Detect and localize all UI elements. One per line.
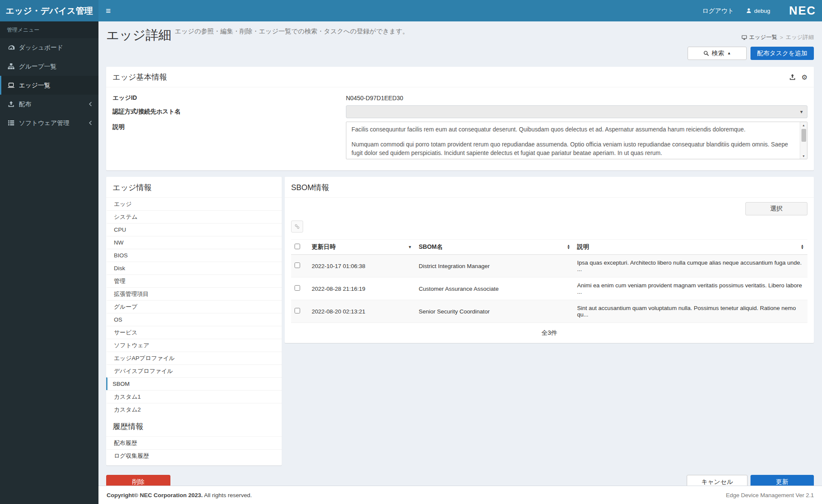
history-info-item[interactable]: 配布履歴 bbox=[106, 437, 282, 449]
caret-up-icon: ▲ bbox=[727, 51, 731, 55]
user-name: debug bbox=[754, 8, 770, 14]
sidebar-item-edge-list[interactable]: エッジ一覧 bbox=[0, 76, 98, 95]
edge-info-item[interactable]: システム bbox=[106, 210, 282, 223]
sidebar-item-label: ソフトウェア管理 bbox=[19, 119, 69, 127]
auth-label: 認証方式/接続先ホスト名 bbox=[113, 108, 346, 116]
sitemap-icon bbox=[7, 63, 15, 70]
chevron-down-icon: ▾ bbox=[800, 109, 803, 115]
sidebar-toggle-button[interactable]: ≡ bbox=[98, 0, 118, 21]
edge-info-item[interactable]: BIOS bbox=[106, 249, 282, 262]
user-menu[interactable]: debug bbox=[740, 0, 776, 21]
sidebar-item-dashboard[interactable]: ダッシュボード bbox=[0, 38, 98, 57]
row-checkbox[interactable] bbox=[295, 262, 300, 268]
unlink-button[interactable] bbox=[291, 221, 303, 233]
sidebar-item-label: グループ一覧 bbox=[19, 63, 57, 71]
row-checkbox[interactable] bbox=[295, 285, 300, 291]
table-row[interactable]: 2022-10-17 01:06:38 District Integration… bbox=[291, 255, 807, 277]
sort-both-icon[interactable]: ▲▼ bbox=[801, 245, 804, 250]
user-icon bbox=[746, 8, 752, 14]
description-textarea[interactable]: Facilis consequuntur facilis rem eum aut… bbox=[346, 122, 807, 159]
page-title: エッジ詳細 bbox=[106, 27, 171, 43]
column-header-updated[interactable]: 更新日時 ▼ bbox=[308, 240, 415, 255]
edge-info-item[interactable]: NW bbox=[106, 236, 282, 249]
sbom-table: 更新日時 ▼ SBOM名 ▲▼ 説明 ▲▼ bbox=[291, 239, 807, 323]
edge-id-value: N0450-D97D1EED30 bbox=[346, 95, 807, 101]
edge-info-item[interactable]: 管理 bbox=[106, 274, 282, 287]
edge-info-item[interactable]: エッジ bbox=[106, 198, 282, 210]
edge-info-item[interactable]: サービス bbox=[106, 326, 282, 339]
logout-button[interactable]: ログアウト bbox=[696, 0, 740, 21]
page-footer: Copyright© NEC Corporation 2023. All rig… bbox=[98, 486, 822, 504]
table-row[interactable]: 2022-08-20 02:13:21 Senior Security Coor… bbox=[291, 300, 807, 323]
cell-sbom-name: Senior Security Coordinator bbox=[415, 300, 574, 323]
edge-info-item[interactable]: CPU bbox=[106, 223, 282, 236]
edge-id-label: エッジID bbox=[113, 94, 346, 102]
column-header-sbom-name[interactable]: SBOM名 ▲▼ bbox=[415, 240, 574, 255]
edge-info-item[interactable]: デバイスプロファイル bbox=[106, 364, 282, 377]
copyright-text: Copyright© NEC Corporation 2023. All rig… bbox=[107, 492, 252, 498]
scrollbar-thumb[interactable] bbox=[801, 129, 806, 142]
breadcrumb-current: エッジ詳細 bbox=[786, 33, 814, 41]
sort-desc-icon[interactable]: ▼ bbox=[408, 245, 412, 249]
cell-description: Animi ea enim cum veniam provident magna… bbox=[574, 277, 807, 300]
sidebar-item-deploy[interactable]: 配布 bbox=[0, 95, 98, 113]
sidebar-item-label: 配布 bbox=[19, 100, 31, 108]
table-header-row: 更新日時 ▼ SBOM名 ▲▼ 説明 ▲▼ bbox=[291, 240, 807, 255]
edge-info-item[interactable]: グループ bbox=[106, 300, 282, 313]
panel-title: エッジ基本情報 bbox=[113, 72, 167, 82]
edge-info-item[interactable]: OS bbox=[106, 313, 282, 326]
edge-info-item[interactable]: エッジAPプロファイル bbox=[106, 352, 282, 364]
logout-label: ログアウト bbox=[702, 7, 734, 15]
edge-basic-info-panel: エッジ基本情報 ⚙ エッジID N0450-D97D1EED30 認証方式/接続… bbox=[106, 67, 814, 170]
page-subtitle: エッジの参照・編集・削除・エッジ一覧での検索・タスクへの登録ができます。 bbox=[175, 27, 409, 36]
sidebar: 管理メニュー ダッシュボード グループ一覧 エッジ一覧 配布 ソフトウェア管理 bbox=[0, 21, 98, 504]
sidebar-section-label: 管理メニュー bbox=[0, 21, 98, 38]
content-area: エッジ詳細 エッジの参照・編集・削除・エッジ一覧での検索・タスクへの登録ができま… bbox=[98, 21, 822, 486]
cell-updated: 2022-10-17 01:06:38 bbox=[308, 255, 415, 277]
list-icon bbox=[7, 119, 15, 126]
breadcrumb-separator: > bbox=[780, 34, 783, 41]
edge-info-item[interactable]: 拡張管理項目 bbox=[106, 287, 282, 300]
export-icon[interactable] bbox=[789, 74, 796, 81]
total-count: 全3件 bbox=[291, 329, 807, 337]
edge-info-item[interactable]: カスタム1 bbox=[106, 390, 282, 403]
edge-info-panel: エッジ情報 エッジ システム CPU NW BIOS Disk 管理 拡張管理項… bbox=[106, 177, 282, 465]
breadcrumb: エッジ一覧 > エッジ詳細 bbox=[742, 33, 814, 41]
sort-both-icon[interactable]: ▲▼ bbox=[567, 245, 570, 250]
column-header-description[interactable]: 説明 ▲▼ bbox=[574, 240, 807, 255]
add-deploy-task-button[interactable]: 配布タスクを追加 bbox=[751, 47, 814, 60]
app-title[interactable]: エッジ・デバイス管理 bbox=[0, 0, 98, 21]
textarea-scrollbar[interactable]: ▲ ▼ bbox=[800, 122, 807, 159]
edge-info-title: エッジ情報 bbox=[106, 177, 282, 198]
edge-info-item-sbom-active[interactable]: SBOM bbox=[106, 377, 282, 390]
monitor-icon bbox=[742, 35, 747, 40]
delete-button[interactable]: 削除 bbox=[106, 475, 170, 486]
scroll-down-icon[interactable]: ▼ bbox=[802, 153, 805, 159]
select-all-checkbox[interactable] bbox=[295, 244, 300, 249]
sidebar-item-label: エッジ一覧 bbox=[19, 81, 51, 89]
cancel-button[interactable]: キャンセル bbox=[687, 475, 748, 486]
sbom-info-panel: SBOM情報 選択 bbox=[285, 177, 814, 343]
gauge-icon bbox=[7, 44, 15, 51]
history-info-item[interactable]: ログ収集履歴 bbox=[106, 449, 282, 462]
table-row[interactable]: 2022-08-28 21:16:19 Customer Assurance A… bbox=[291, 277, 807, 300]
auth-host-select[interactable]: ▾ bbox=[346, 105, 807, 118]
cell-sbom-name: Customer Assurance Associate bbox=[415, 277, 574, 300]
edge-info-item[interactable]: ソフトウェア bbox=[106, 339, 282, 352]
sidebar-item-software[interactable]: ソフトウェア管理 bbox=[0, 113, 98, 132]
search-toggle-button[interactable]: 検索 ▲ bbox=[688, 47, 747, 60]
version-text: Edge Device Management Ver 2.1 bbox=[726, 492, 814, 498]
sbom-select-button[interactable]: 選択 bbox=[745, 202, 807, 215]
unlink-icon bbox=[294, 224, 300, 230]
row-checkbox[interactable] bbox=[295, 308, 300, 313]
edge-info-item[interactable]: カスタム2 bbox=[106, 403, 282, 416]
scroll-up-icon[interactable]: ▲ bbox=[802, 122, 805, 128]
sidebar-item-group-list[interactable]: グループ一覧 bbox=[0, 57, 98, 76]
edge-info-item[interactable]: Disk bbox=[106, 262, 282, 274]
top-navbar: エッジ・デバイス管理 ≡ ログアウト debug NEC bbox=[0, 0, 822, 21]
update-button[interactable]: 更新 bbox=[751, 475, 814, 486]
sidebar-item-label: ダッシュボード bbox=[19, 44, 63, 52]
gear-icon[interactable]: ⚙ bbox=[801, 73, 807, 81]
upload-icon bbox=[7, 101, 15, 107]
breadcrumb-edge-list-link[interactable]: エッジ一覧 bbox=[742, 33, 777, 41]
